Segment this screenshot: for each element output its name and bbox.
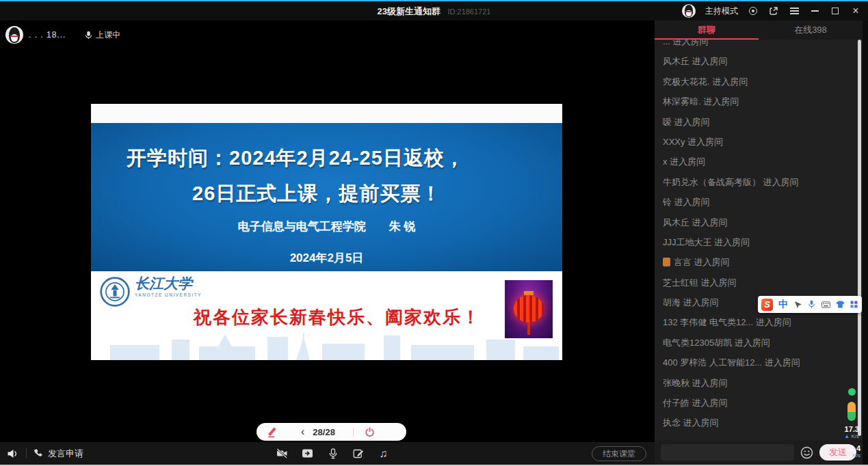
toolbar-divider [26,448,27,458]
annotate-pen-icon[interactable] [266,426,278,438]
host-row: . . . 18... 上课中 [5,26,120,44]
chat-message: 言言 进入房间 [663,252,857,272]
net-status-dot [848,388,856,396]
university-logo: 长江大学 YANGTZE UNIVERSITY [99,276,202,307]
chat-message: x 进入房间 [663,152,857,172]
up-arrow-icon: ▲ [844,433,850,439]
ime-keyboard-icon[interactable] [821,300,830,309]
chat-message: 执念 进入房间 [663,413,857,433]
chat-message: 牛奶兑水（备战高考版） 进入房间 [663,172,857,192]
presentation-slide: 开学时间：2024年2月24-25日返校， 26日正式上课，提前买票！ 电子信息… [91,104,562,360]
phone-icon [34,448,44,458]
university-name-en: YANGTZE UNIVERSITY [135,292,202,297]
ime-cursor-icon[interactable] [793,300,802,309]
tab-online-members[interactable]: 在线398 [759,20,863,40]
ime-logo-icon[interactable]: S [761,299,773,311]
stage: . . . 18... 上课中 开学时间：2024年2月24-25日返校， 26… [0,20,655,442]
slide-pager: ‹ 28/28 [257,423,406,441]
speech-request-button[interactable]: 发言申请 [34,448,83,460]
university-emblem-icon [99,276,131,307]
media-controls: ♫ [276,442,389,465]
pager-divider [353,428,354,437]
chat-message: 铃 进入房间 [663,192,857,212]
slide-white-section: 长江大学 YANGTZE UNIVERSITY 祝各位家长新春快乐、阖家欢乐！ [91,271,562,360]
sidebar-tabs: 群聊 在线398 [655,20,863,40]
class-status-label: 上课中 [96,29,120,41]
ime-menu-grid-icon[interactable] [850,300,858,309]
chat-sidebar: 群聊 在线398 ... 进入房间 风木丘 进入房间 究极大花花. 进入房间 林… [655,20,863,465]
slide-date: 2024年2月5日 [91,250,562,266]
end-class-button[interactable]: 结束课堂 [592,446,646,461]
ime-language-mode[interactable]: 中 [778,299,788,311]
chat-message: 芝士红钽 进入房间 [663,273,857,292]
slide-blue-section: 开学时间：2024年2月24-25日返校， 26日正式上课，提前买票！ 电子信息… [91,123,562,271]
net-download-unit: K/s [832,452,860,458]
chat-message: ... 进入房间 [663,40,857,51]
ime-toolbar: S 中 [758,296,862,313]
chat-message: JJJ工地大王 进入房间 [663,232,857,252]
slide-greeting: 祝各位家长新春快乐、阖家欢乐！ [194,305,481,329]
slide-title-line1: 开学时间：2024年2月24-25日返校， [127,145,465,172]
tab-group-chat[interactable]: 群聊 [655,20,759,40]
title-bar: 23级新生通知群 ID:21861721 主持模式 × [0,1,868,20]
net-download-value: 1.4 [832,444,860,452]
camera-off-icon[interactable] [276,448,288,459]
university-name: 长江大学 [135,276,202,291]
chat-message: 付子皓 进入房间 [663,393,857,413]
host-mode-label: 主持模式 [705,5,738,17]
speech-request-label: 发言申请 [48,448,83,460]
menu-icon[interactable] [789,5,800,16]
chat-message: 林深雾暗. 进入房间 [663,92,857,111]
whiteboard-edit-icon[interactable] [352,448,364,459]
chat-message: 风木丘 进入房间 [663,51,857,71]
presenter-avatar [5,26,23,44]
page-indicator: 28/28 [313,427,335,437]
slide-top-band [91,104,562,123]
chat-message: 嗳 进入房间 [663,112,857,132]
member-badge-icon [663,258,670,266]
app-window: 23级新生通知群 ID:21861721 主持模式 × . . [0,0,868,466]
presenter-name: . . . 18... [29,30,66,40]
user-avatar [682,4,696,18]
emoji-icon[interactable] [800,446,813,459]
chat-message: 风木丘 进入房间 [663,213,857,232]
chat-message: 张晚秋 进入房间 [663,373,857,393]
slide-subtitle: 电子信息与电气工程学院 朱 锐 [91,219,562,234]
net-upload-unit: ▲ K/s [830,433,859,439]
window-title: 23级新生通知群 [378,6,440,16]
chat-message: 132 李伟健 电气类12... 进入房间 [663,312,857,332]
lantern-image [505,280,553,338]
ime-voice-icon[interactable] [807,300,815,309]
chat-message: 400 罗梓浩 人工智能12... 进入房间 [663,353,857,372]
music-icon[interactable]: ♫ [378,448,389,459]
slide-title-line2: 26日正式上课，提前买票！ [192,180,441,208]
net-meter-capsule [847,402,856,421]
chat-message: XXXy 进入房间 [663,132,857,152]
skyline-art [91,333,562,360]
chat-scrollbar[interactable] [858,40,861,436]
chat-message: 究极大花花. 进入房间 [663,72,857,92]
bottom-toolbar: 发言申请 [0,442,655,465]
chat-message: 电气类12305胡凯 进入房间 [663,333,857,353]
close-button[interactable]: × [850,5,861,16]
speaker-icon[interactable] [7,448,19,459]
maximize-button[interactable] [830,5,841,16]
microphone-toggle-icon[interactable] [327,448,339,459]
settings-icon[interactable] [748,5,759,16]
popout-icon[interactable] [768,5,779,16]
screen-share-icon[interactable] [302,448,313,459]
microphone-icon [85,31,92,40]
prev-page-button[interactable]: ‹ [301,426,304,437]
ime-skin-icon[interactable] [836,300,845,309]
title-bar-controls: 主持模式 × [682,1,861,20]
net-upload-value: 17.3 [830,425,859,433]
room-id: ID:21861721 [447,8,490,16]
class-status: 上课中 [85,29,120,41]
bottom-left-group: 发言申请 [7,442,83,465]
minimize-button[interactable] [809,5,820,16]
chat-message-list: ... 进入房间 风木丘 进入房间 究极大花花. 进入房间 林深雾暗. 进入房间… [655,40,857,439]
power-off-icon[interactable] [365,427,375,437]
chat-input[interactable] [661,444,794,461]
